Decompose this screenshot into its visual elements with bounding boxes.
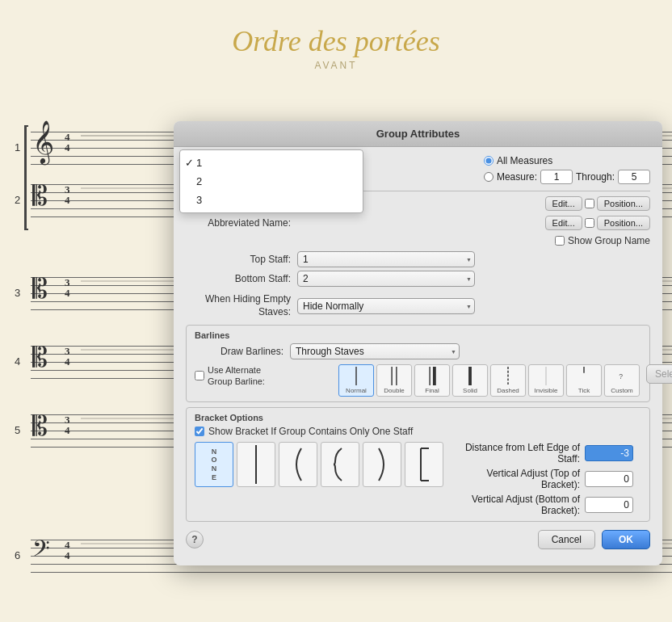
all-measures-radio-label[interactable]: All Measures: [484, 155, 650, 166]
full-name-position-button[interactable]: Position...: [597, 196, 650, 211]
vertical-bottom-label: Vertical Adjust (Bottom of Bracket):: [453, 494, 580, 516]
full-name-edit-button[interactable]: Edit...: [545, 196, 582, 211]
hide-normally-select-wrap: Hide Normally: [297, 298, 475, 314]
time-signature-5: 34: [65, 414, 70, 435]
page-title: Ordre des portées: [0, 24, 672, 58]
barline-tick-icon[interactable]: Tick: [566, 364, 602, 397]
top-staff-select[interactable]: 1 2 3: [297, 251, 475, 267]
staff-number-2: 2: [15, 194, 20, 206]
svg-rect-4: [433, 367, 436, 385]
top-staff-select-wrap: 1 2 3: [297, 251, 475, 267]
barline-solid-label: Solid: [463, 387, 477, 394]
draw-barlines-select[interactable]: Through Staves: [290, 343, 460, 359]
bracket-thin-icon[interactable]: [237, 442, 275, 487]
draw-barlines-wrap: Through Staves: [290, 343, 460, 359]
staff-number-3: 3: [15, 287, 20, 299]
alto-clef-5: 𝄡: [32, 411, 48, 443]
ok-button[interactable]: OK: [602, 530, 650, 549]
page-subtitle: AVANT: [0, 60, 672, 71]
vertical-top-label: Vertical Adjust (Top of Bracket):: [453, 468, 580, 490]
barline-custom-icon[interactable]: ? Custom: [604, 364, 640, 397]
time-signature-2: 34: [65, 184, 70, 205]
abbr-name-position-button[interactable]: Position...: [597, 216, 650, 230]
all-measures-radio[interactable]: [484, 156, 494, 166]
barline-normal-label: Normal: [346, 387, 367, 394]
measure-from-input[interactable]: [540, 170, 573, 184]
distance-left-input[interactable]: [585, 445, 633, 461]
bracket-section-title: Bracket Options: [195, 413, 641, 422]
vertical-top-input[interactable]: [585, 471, 633, 487]
svg-rect-5: [468, 367, 472, 385]
bracket-none-icon[interactable]: NONE: [195, 442, 233, 487]
abbreviated-name-label: Abbreviated Name:: [186, 217, 291, 229]
time-signature-4: 34: [65, 346, 70, 367]
time-signature-3: 34: [65, 277, 70, 298]
bottom-staff-select-wrap: 1 2 3: [297, 271, 475, 287]
barline-invisible-label: Invisible: [535, 387, 558, 394]
barline-normal-icon[interactable]: Normal: [338, 364, 374, 397]
bracket-square-icon[interactable]: [405, 442, 443, 487]
use-alternate-label: Use AlternateGroup Barline:: [208, 364, 265, 388]
help-button[interactable]: ?: [186, 531, 204, 548]
dropdown-item-2-label: 2: [196, 175, 202, 187]
dropdown-item-3[interactable]: 3: [180, 191, 363, 209]
staff-number-4: 4: [15, 355, 20, 368]
measure-radio-label[interactable]: Measure:: [484, 171, 537, 183]
barline-solid-icon[interactable]: Solid: [452, 364, 488, 397]
staff-number-6: 6: [15, 549, 20, 561]
bracket-icons-group: NONE: [195, 442, 443, 487]
show-bracket-checkbox[interactable]: [195, 427, 204, 436]
barline-final-label: Final: [425, 387, 439, 394]
staffline: [31, 572, 672, 573]
hide-normally-select[interactable]: Hide Normally: [297, 298, 475, 314]
barline-invisible-icon[interactable]: Invisible: [528, 364, 564, 397]
bottom-staff-select[interactable]: 1 2 3: [297, 271, 475, 287]
full-name-checkbox[interactable]: [585, 199, 594, 208]
time-signature-6: 44: [65, 540, 70, 561]
show-group-name-label: Show Group Name: [568, 235, 650, 246]
abbr-name-checkbox[interactable]: [585, 218, 594, 228]
use-alternate-checkbox[interactable]: [195, 371, 204, 380]
barline-icons-group: Normal Double Final Solid: [338, 364, 640, 397]
barline-dashed-label: Dashed: [497, 387, 519, 394]
show-group-name-checkbox[interactable]: [555, 236, 565, 246]
show-bracket-label: Show Bracket If Group Contains Only One …: [208, 426, 413, 437]
measure-radio[interactable]: [484, 172, 494, 182]
select-button[interactable]: Select...: [646, 364, 672, 384]
vertical-bottom-input[interactable]: [585, 497, 633, 513]
alto-clef-3: 𝄡: [32, 274, 48, 305]
staff-number-1: 1: [15, 141, 20, 153]
dropdown-item-3-label: 3: [196, 194, 202, 206]
bracket-bottom: [24, 178, 28, 230]
top-staff-label: Top Staff:: [186, 254, 291, 265]
barline-double-icon[interactable]: Double: [376, 364, 412, 397]
alto-clef-4: 𝄡: [32, 343, 48, 374]
bass-clef: 𝄢: [32, 536, 50, 568]
alto-clef: 𝄡: [32, 181, 48, 212]
through-label: Through:: [576, 171, 615, 183]
treble-clef: 𝄞: [32, 120, 54, 164]
dropdown-item-2[interactable]: 2: [180, 172, 363, 191]
bracket-reverse-curved-icon[interactable]: [363, 442, 401, 487]
bracket-curly-icon[interactable]: [321, 442, 359, 487]
barline-custom-label: Custom: [611, 387, 633, 394]
barline-tick-label: Tick: [578, 387, 590, 394]
draw-barlines-label: Draw Barlines:: [195, 346, 284, 357]
abbr-name-edit-button[interactable]: Edit...: [545, 216, 582, 230]
staff-number-5: 5: [15, 424, 20, 436]
dialog-title: Group Attributes: [174, 121, 662, 147]
when-hiding-label: When Hiding EmptyStaves:: [186, 293, 291, 318]
measure-label: Measure:: [497, 171, 537, 183]
bracket-curved-icon[interactable]: [279, 442, 317, 487]
measure-through-input[interactable]: [618, 170, 650, 184]
time-signature-1: 44: [65, 132, 70, 153]
dropdown-item-1[interactable]: 1: [180, 153, 363, 172]
barline-dashed-icon[interactable]: Dashed: [490, 364, 526, 397]
cancel-button[interactable]: Cancel: [538, 530, 595, 549]
dropdown-item-1-label: 1: [196, 157, 202, 169]
barlines-section-title: Barlines: [195, 330, 641, 340]
group-dropdown-popup: 1 2 3: [179, 149, 363, 213]
all-measures-label: All Measures: [497, 155, 552, 166]
barline-final-icon[interactable]: Final: [414, 364, 450, 397]
distance-fields: Distance from Left Edge of Staff: Vertic…: [453, 442, 641, 516]
